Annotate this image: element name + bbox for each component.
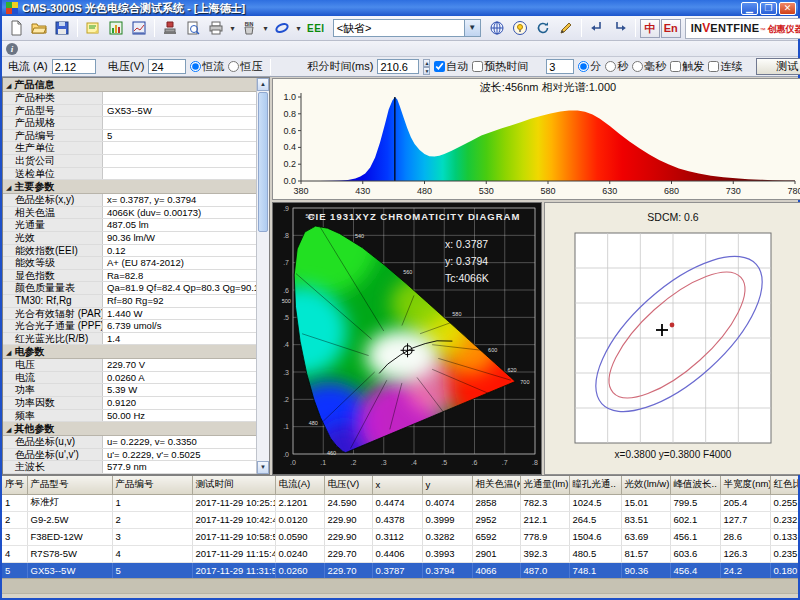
bend-arrow-right-button[interactable] <box>609 18 631 39</box>
restore-button[interactable]: ❐ <box>760 2 777 15</box>
property-row[interactable]: 色品坐标(u,v)u= 0.2229, v= 0.3350 <box>3 436 256 449</box>
report-chart-button[interactable] <box>105 18 127 39</box>
property-row[interactable]: 电流0.0260 A <box>3 372 256 385</box>
property-row[interactable]: 出货公司 <box>3 155 256 168</box>
new-file-button[interactable] <box>5 18 27 39</box>
property-row[interactable]: 光效90.36 lm/W <box>3 232 256 245</box>
column-header[interactable]: 光效(lm/w) <box>621 476 670 494</box>
lamp-button[interactable] <box>509 18 531 39</box>
voltage-input[interactable] <box>148 59 186 74</box>
column-header[interactable]: 电压(V) <box>324 476 372 494</box>
profile-combo[interactable]: <缺省> ▼ <box>333 19 481 37</box>
milliseconds-radio[interactable] <box>632 61 643 72</box>
property-row[interactable]: 能效指数(EEI)0.12 <box>3 245 256 258</box>
current-input[interactable] <box>52 59 96 74</box>
integration-spinner[interactable]: ▲▼ <box>423 59 430 74</box>
property-row[interactable]: 色品坐标(u',v')u'= 0.2229, v'= 0.5025 <box>3 449 256 462</box>
property-row[interactable]: 产品型号GX53--5W <box>3 105 256 118</box>
table-row[interactable]: 1标准灯12017-11-29 10:25:112.120124.5900.44… <box>2 494 798 511</box>
minimize-button[interactable]: ▁ <box>741 2 758 15</box>
column-header[interactable]: x <box>372 476 422 494</box>
scroll-down-icon[interactable]: ▼ <box>257 461 269 474</box>
property-scrollbar[interactable]: ▲ ▼ <box>256 78 269 474</box>
preheat-input[interactable] <box>546 59 574 74</box>
property-section-header[interactable]: ◢电参数 <box>3 345 256 359</box>
lang-chinese-button[interactable]: 中 <box>640 19 660 38</box>
column-header[interactable]: 测试时间 <box>192 476 275 494</box>
print-button[interactable] <box>205 18 227 39</box>
column-header[interactable]: y <box>422 476 472 494</box>
property-row[interactable]: 产品规格 <box>3 117 256 130</box>
auto-checkbox[interactable] <box>434 61 445 72</box>
column-header[interactable]: 光通量(lm) <box>520 476 569 494</box>
column-header[interactable]: 相关色温(K) <box>472 476 520 494</box>
ellipse-tool-button[interactable] <box>271 18 293 39</box>
print-dropdown-arrow[interactable]: ▾ <box>228 24 237 33</box>
bend-arrow-left-button[interactable] <box>586 18 608 39</box>
property-section-header[interactable]: ◢产品信息 <box>3 78 256 92</box>
column-header[interactable]: 产品型号 <box>27 476 112 494</box>
print-preview-button[interactable] <box>182 18 204 39</box>
property-row[interactable]: 功率5.39 W <box>3 384 256 397</box>
property-row[interactable]: 红光蓝光比(R/B)1.4 <box>3 333 256 346</box>
refresh-button[interactable] <box>532 18 554 39</box>
property-row[interactable]: 相关色温4066K (duv= 0.00173) <box>3 207 256 220</box>
property-section-header[interactable]: ◢主要参数 <box>3 180 256 194</box>
property-row[interactable]: 产品种类 <box>3 92 256 105</box>
table-row[interactable]: 3F38ED-12W32017-11-29 10:58:560.0590229.… <box>2 528 798 545</box>
seconds-radio[interactable] <box>605 61 616 72</box>
continuous-checkbox[interactable] <box>708 61 719 72</box>
combo-dropdown-arrow[interactable]: ▼ <box>464 20 480 36</box>
property-row[interactable]: 功率因数0.9120 <box>3 397 256 410</box>
property-row[interactable]: 能效等级A+ (EU 874-2012) <box>3 257 256 270</box>
scroll-thumb[interactable] <box>258 92 268 232</box>
constant-current-radio[interactable] <box>190 61 201 72</box>
test-button[interactable]: 测试 <box>756 58 800 75</box>
table-row[interactable]: 5GX53--5W52017-11-29 11:31:530.0260229.7… <box>2 562 798 578</box>
column-header[interactable]: 红色比.. <box>770 476 798 494</box>
property-row[interactable]: 主波长577.9 nm <box>3 461 256 474</box>
column-header[interactable]: 半宽度(nm) <box>720 476 770 494</box>
property-row[interactable]: 生产单位 <box>3 142 256 155</box>
property-row[interactable]: TM30: Rf,RgRf=80 Rg=92 <box>3 295 256 308</box>
column-header[interactable]: 产品编号 <box>112 476 192 494</box>
bin-button[interactable]: BIN <box>238 18 260 39</box>
property-section-header[interactable]: ◢其他参数 <box>3 422 256 436</box>
info-icon[interactable]: i <box>6 43 18 55</box>
open-file-button[interactable] <box>28 18 50 39</box>
lang-english-button[interactable]: En <box>661 19 681 38</box>
table-row[interactable]: 2G9-2.5W22017-11-29 10:42:420.0120229.90… <box>2 511 798 528</box>
ellipse-dropdown-arrow[interactable]: ▾ <box>294 24 303 33</box>
curve-chart-button[interactable] <box>128 18 150 39</box>
property-row[interactable]: 显色指数Ra=82.8 <box>3 270 256 283</box>
property-row[interactable]: 光合光子通量 (PPF)6.739 umol/s <box>3 320 256 333</box>
property-row[interactable]: 光通量487.05 lm <box>3 219 256 232</box>
property-row[interactable]: 电压229.70 V <box>3 359 256 372</box>
table-row[interactable]: 4R7S78-5W42017-11-29 11:15:420.0240229.7… <box>2 545 798 562</box>
spinner-up-icon[interactable]: ▲ <box>423 59 430 67</box>
property-row[interactable]: 送检单位 <box>3 168 256 181</box>
column-header[interactable]: 电流(A) <box>275 476 324 494</box>
property-row[interactable]: 色品坐标(x,y)x= 0.3787, y= 0.3794 <box>3 194 256 207</box>
close-button[interactable]: ✕ <box>779 2 796 15</box>
minutes-radio[interactable] <box>578 61 589 72</box>
property-row[interactable]: 频率50.00 Hz <box>3 410 256 423</box>
eei-label[interactable]: EEI <box>304 23 328 34</box>
constant-voltage-radio[interactable] <box>228 61 239 72</box>
scroll-up-icon[interactable]: ▲ <box>257 78 269 91</box>
column-header[interactable]: 序号 <box>2 476 27 494</box>
property-row[interactable]: 光合有效辐射 (PAR)1.440 W <box>3 308 256 321</box>
property-row[interactable]: 产品编号5 <box>3 130 256 143</box>
note-button[interactable] <box>82 18 104 39</box>
calibrate-button[interactable] <box>159 18 181 39</box>
globe-button[interactable] <box>486 18 508 39</box>
integration-input[interactable] <box>377 59 419 74</box>
preheat-checkbox[interactable] <box>472 61 483 72</box>
spinner-down-icon[interactable]: ▼ <box>423 67 430 75</box>
column-header[interactable]: 峰值波长.. <box>670 476 720 494</box>
column-header[interactable]: 瞳孔光通.. <box>569 476 621 494</box>
trigger-checkbox[interactable] <box>670 61 681 72</box>
bin-dropdown-arrow[interactable]: ▾ <box>261 24 270 33</box>
edit-button[interactable] <box>555 18 577 39</box>
save-button[interactable] <box>51 18 73 39</box>
